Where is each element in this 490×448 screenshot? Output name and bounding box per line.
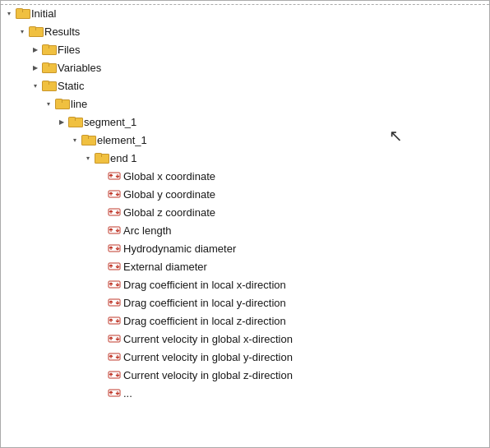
folder-icon [16,8,29,19]
tree-label-initial: Initial [31,7,56,20]
svg-rect-10 [109,353,120,360]
variable-icon [108,278,121,291]
tree-item-hydro-diameter[interactable]: ▶ Hydrodynamic diameter [1,239,489,257]
folder-icon [42,81,55,91]
variable-icon [108,368,121,381]
folder-icon [42,44,55,55]
tree-item-current-y[interactable]: ▶ Current velocity in global y-direction [1,348,489,366]
tree-label-drag-z: Drag coefficient in local z-direction [123,315,286,327]
chevron-right-icon: ▶ [57,117,67,127]
tree-item-more[interactable]: ▶ ... [1,384,489,402]
tree-label-variables: Variables [58,62,101,74]
tree-item-line[interactable]: ▾ line [1,95,489,113]
variable-icon [108,187,121,201]
svg-rect-1 [109,191,120,197]
chevron-down-icon: ▾ [30,81,40,90]
svg-rect-8 [109,317,120,324]
tree-item-variables[interactable]: ▶ Variables [1,58,489,76]
tree-item-drag-y[interactable]: ▶ Drag coefficient in local y-direction [1,293,489,312]
variable-icon [108,314,121,327]
chevron-down-icon: ▾ [4,9,14,19]
tree-item-current-z[interactable]: ▶ Current velocity in global z-direction [1,366,489,384]
tree-label-files: Files [58,44,80,56]
folder-icon [29,26,42,37]
tree-label-current-z: Current velocity in global z-direction [123,369,293,381]
tree-label-hydro-diameter: Hydrodynamic diameter [123,242,236,255]
tree-label-element1: element_1 [97,134,147,146]
svg-rect-0 [109,173,120,179]
svg-rect-11 [109,372,120,378]
tree-label-results: Results [44,25,80,38]
tree-item-end1[interactable]: ▾ end 1 [1,149,489,167]
folder-icon [42,62,55,73]
variable-icon [108,169,121,182]
tree-item-segment1[interactable]: ▶ segment_1 [1,113,489,131]
tree-item-drag-x[interactable]: ▶ Drag coefficient in local x-direction [1,275,489,293]
svg-rect-12 [109,390,120,396]
tree-item-global-y[interactable]: ▶ Global y coordinate [1,185,489,203]
tree-label-global-y: Global y coordinate [123,188,215,201]
tree-label-drag-y: Drag coefficient in local y-direction [123,297,286,309]
tree-label-end1: end 1 [110,152,137,164]
chevron-down-icon: ▾ [44,99,53,109]
svg-rect-6 [109,281,120,288]
tree-wrapper: ▾ Initial ▾ Results ▶ Files ▶ Variables … [1,4,489,402]
variable-icon [108,332,121,345]
tree-item-files[interactable]: ▶ Files [1,40,489,58]
tree-item-global-x[interactable]: ▶ Global x coordinate [1,167,489,185]
tree-label-current-y: Current velocity in global y-direction [123,351,293,363]
file-tree: ▾ Initial ▾ Results ▶ Files ▶ Variables … [0,0,490,448]
tree-item-static[interactable]: ▾ Static [1,76,489,95]
tree-label-current-x: Current velocity in global x-direction [123,333,293,345]
variable-icon [108,242,121,255]
variable-icon [108,350,121,363]
tree-label-global-z: Global z coordinate [123,206,215,219]
svg-rect-9 [109,335,120,342]
variable-icon [108,296,121,309]
folder-icon [68,117,81,127]
tree-label-ext-diameter: External diameter [123,261,207,273]
tree-label-segment1: segment_1 [84,116,136,128]
variable-icon [108,224,121,237]
chevron-right-icon: ▶ [30,62,40,72]
tree-label-static: Static [58,80,85,92]
tree-item-element1[interactable]: ▾ element_1 [1,131,489,149]
tree-item-ext-diameter[interactable]: ▶ External diameter [1,257,489,275]
tree-label-global-x: Global x coordinate [123,170,215,182]
chevron-right-icon: ▶ [30,44,40,54]
tree-label-drag-x: Drag coefficient in local x-direction [123,279,286,291]
svg-rect-7 [109,299,120,306]
variable-icon [108,386,121,400]
tree-item-arc-length[interactable]: ▶ Arc length [1,221,489,239]
chevron-down-icon: ▾ [17,26,27,36]
folder-icon [95,153,108,164]
svg-rect-3 [109,227,120,233]
tree-label-line: line [71,98,87,110]
variable-icon [108,260,121,273]
svg-rect-4 [109,245,120,252]
svg-rect-5 [109,263,120,270]
tree-item-drag-z[interactable]: ▶ Drag coefficient in local z-direction [1,312,489,330]
chevron-down-icon: ▾ [70,135,80,145]
chevron-down-icon: ▾ [83,153,93,163]
tree-item-initial[interactable]: ▾ Initial [1,4,489,22]
tree-item-global-z[interactable]: ▶ Global z coordinate [1,203,489,221]
tree-label-more: ... [123,387,132,400]
folder-icon [55,99,68,109]
tree-item-current-x[interactable]: ▶ Current velocity in global x-direction [1,330,489,348]
svg-rect-2 [109,209,120,215]
folder-icon [81,135,95,145]
tree-label-arc-length: Arc length [123,224,172,237]
tree-item-results[interactable]: ▾ Results [1,22,489,40]
variable-icon [108,206,121,219]
